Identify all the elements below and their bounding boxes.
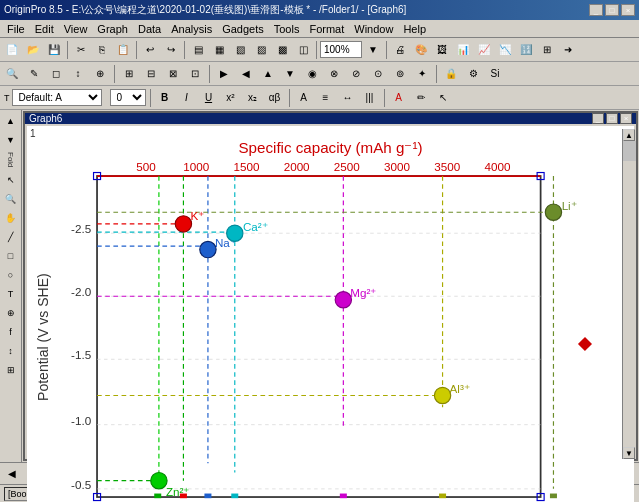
redo-button[interactable]: ↪ [161,40,181,60]
graph-content[interactable]: 1 Specific capacity (mAh g⁻¹) 500 1000 1… [27,126,634,502]
menu-graph[interactable]: Graph [92,22,133,36]
align-center[interactable]: ↔ [338,88,358,108]
tb-img-2[interactable]: 🖼 [432,40,452,60]
graph-maximize[interactable]: □ [606,113,618,124]
scroll-thumb[interactable] [623,141,636,161]
subscript-button[interactable]: x₂ [243,88,263,108]
menu-file[interactable]: File [2,22,30,36]
tb-img-6[interactable]: 🔢 [516,40,536,60]
tb2-4[interactable]: ↕ [68,64,88,84]
italic-button[interactable]: I [177,88,197,108]
highlight-button[interactable]: A [389,88,409,108]
left-tool-extra[interactable]: ⊞ [2,361,20,379]
zoom-input[interactable]: 100% [320,41,362,58]
menu-edit[interactable]: Edit [30,22,59,36]
tb2-13[interactable]: ▼ [280,64,300,84]
pointer-tool[interactable]: ↖ [2,171,20,189]
tb2-9[interactable]: ⊡ [185,64,205,84]
tb2-11[interactable]: ◀ [236,64,256,84]
left-arrow-up[interactable]: ▲ [2,112,20,130]
tb-img-5[interactable]: 📉 [495,40,515,60]
underline-button[interactable]: U [199,88,219,108]
pan-tool[interactable]: ✋ [2,209,20,227]
tb2-17[interactable]: ⊙ [368,64,388,84]
tb2-2[interactable]: ✎ [24,64,44,84]
tb-print[interactable]: 🖨 [390,40,410,60]
maximize-button[interactable]: □ [605,4,619,16]
tb2-3[interactable]: ◻ [46,64,66,84]
menu-data[interactable]: Data [133,22,166,36]
tb-btn-5[interactable]: ▩ [272,40,292,60]
text-tool[interactable]: T [2,285,20,303]
tb-img-4[interactable]: 📈 [474,40,494,60]
save-button[interactable]: 💾 [44,40,64,60]
tb2-6[interactable]: ⊞ [119,64,139,84]
tb2-14[interactable]: ◉ [302,64,322,84]
tb-btn-1[interactable]: ▤ [188,40,208,60]
tb-btn-4[interactable]: ▨ [251,40,271,60]
tb2-21[interactable]: ⚙ [463,64,483,84]
tb-img-3[interactable]: 📊 [453,40,473,60]
graph-minimize[interactable]: _ [592,113,604,124]
scroll-up[interactable]: ▲ [623,129,635,141]
tb2-1[interactable]: 🔍 [2,64,22,84]
menu-window[interactable]: Window [349,22,398,36]
tb-btn-3[interactable]: ▧ [230,40,250,60]
draw-button[interactable]: ✏ [411,88,431,108]
open-button[interactable]: 📂 [23,40,43,60]
menu-help[interactable]: Help [398,22,431,36]
tb-arrow[interactable]: ➜ [558,40,578,60]
superscript-button[interactable]: x² [221,88,241,108]
menu-analysis[interactable]: Analysis [166,22,217,36]
tb2-10[interactable]: ▶ [214,64,234,84]
vertical-scrollbar[interactable]: ▲ ▼ [622,129,636,459]
line-spacing[interactable]: ||| [360,88,380,108]
draw-line-tool[interactable]: ╱ [2,228,20,246]
tb-btn-6[interactable]: ◫ [293,40,313,60]
greek-button[interactable]: αβ [265,88,285,108]
tb2-19[interactable]: ✦ [412,64,432,84]
tb2-8[interactable]: ⊠ [163,64,183,84]
minimize-button[interactable]: _ [589,4,603,16]
tb2-15[interactable]: ⊗ [324,64,344,84]
formula-tool[interactable]: f [2,323,20,341]
menu-gadgets[interactable]: Gadgets [217,22,269,36]
left-arrow-down[interactable]: ▼ [2,131,20,149]
draw-rect-tool[interactable]: □ [2,247,20,265]
cut-button[interactable]: ✂ [71,40,91,60]
tb2-12[interactable]: ▲ [258,64,278,84]
tb2-18[interactable]: ⊚ [390,64,410,84]
tb-img-1[interactable]: 🎨 [411,40,431,60]
zoom-tool[interactable]: 🔍 [2,190,20,208]
scale-tool[interactable]: ↕ [2,342,20,360]
menu-tools[interactable]: Tools [269,22,305,36]
tb2-22[interactable]: Si [485,64,505,84]
tb2-5[interactable]: ⊕ [90,64,110,84]
data-selector[interactable]: ⊕ [2,304,20,322]
graph-close[interactable]: × [620,113,632,124]
copy-button[interactable]: ⎘ [92,40,112,60]
tb2-7[interactable]: ⊟ [141,64,161,84]
tb2-16[interactable]: ⊘ [346,64,366,84]
toolbar-1: 📄 📂 💾 ✂ ⎘ 📋 ↩ ↪ ▤ ▦ ▧ ▨ ▩ ◫ 100% ▼ 🖨 🎨 🖼… [0,38,639,62]
undo-button[interactable]: ↩ [140,40,160,60]
scroll-down[interactable]: ▼ [623,447,635,459]
tb-img-7[interactable]: ⊞ [537,40,557,60]
paste-button[interactable]: 📋 [113,40,133,60]
close-button[interactable]: × [621,4,635,16]
menu-view[interactable]: View [59,22,93,36]
font-select[interactable]: Default: A [12,89,102,106]
align-left[interactable]: ≡ [316,88,336,108]
tb-btn-2[interactable]: ▦ [209,40,229,60]
font-color-button[interactable]: A [294,88,314,108]
handle-right[interactable] [578,337,592,351]
cursor-button[interactable]: ↖ [433,88,453,108]
zoom-dropdown[interactable]: ▼ [363,40,383,60]
font-size-select[interactable]: 0 [110,89,146,106]
draw-ellipse-tool[interactable]: ○ [2,266,20,284]
new-button[interactable]: 📄 [2,40,22,60]
tb2-20[interactable]: 🔒 [441,64,461,84]
bold-button[interactable]: B [155,88,175,108]
btm-1[interactable]: ◀ [2,464,22,484]
menu-format[interactable]: Format [304,22,349,36]
